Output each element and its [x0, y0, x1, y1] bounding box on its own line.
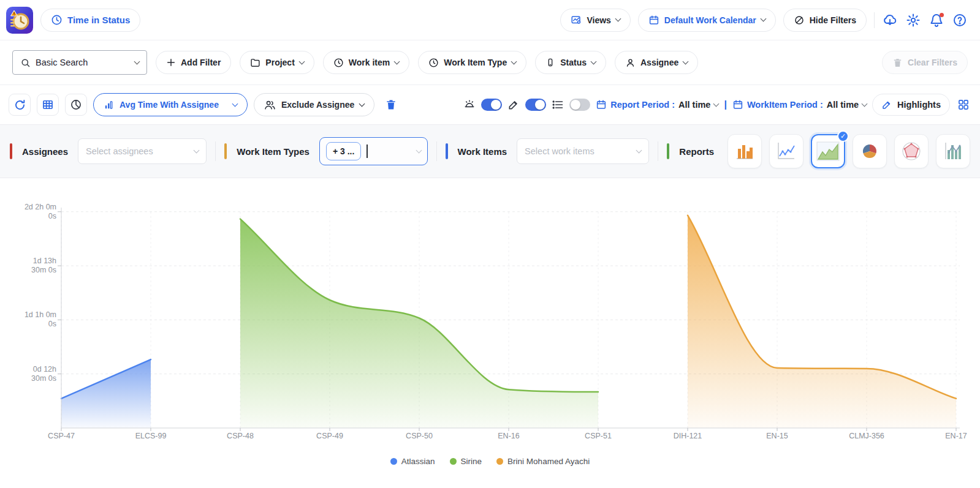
- chevron-down-icon: [194, 147, 200, 153]
- work-item-types-select[interactable]: + 3 ...: [319, 137, 428, 165]
- layout-grid-button[interactable]: [955, 97, 971, 113]
- area-series-atlassian[interactable]: [61, 359, 151, 428]
- work-items-label: Work Items: [458, 146, 507, 157]
- chevron-down-icon: [134, 58, 140, 64]
- table-view-button[interactable]: [37, 94, 59, 116]
- legend-item-atlassian[interactable]: Atlassian: [390, 457, 435, 466]
- basic-search-dropdown[interactable]: Basic Search: [12, 50, 147, 75]
- header-divider: [874, 12, 875, 28]
- work-calendar-dropdown[interactable]: Default Work Calendar: [638, 9, 776, 32]
- assignee-filter[interactable]: Assignee: [615, 51, 698, 74]
- metric-dropdown[interactable]: Avg Time With Assignee: [93, 93, 248, 116]
- area-chart-canvas[interactable]: [0, 183, 980, 435]
- chevron-down-icon: [298, 58, 305, 64]
- report-type-pie-chart[interactable]: [853, 134, 887, 168]
- exclude-assignee-dropdown[interactable]: Exclude Assignee: [254, 93, 374, 116]
- chevron-down-icon: [760, 16, 766, 22]
- work-calendar-label: Default Work Calendar: [664, 15, 756, 25]
- x-axis-tick-label: CSP-50: [406, 432, 433, 440]
- work-item-types-chip[interactable]: + 3 ...: [326, 142, 361, 160]
- pen-toggle[interactable]: [525, 99, 546, 111]
- legend-item-sirine[interactable]: Sirine: [450, 457, 482, 466]
- chevron-down-icon: [511, 58, 517, 64]
- legend-dot: [450, 458, 457, 465]
- metric-label: Avg Time With Assignee: [120, 100, 219, 110]
- legend-label: Brini Mohamed Ayachi: [507, 457, 590, 466]
- workitem-period-label: WorkItem Period :: [747, 100, 823, 110]
- legend-item-brini-mohamed-ayachi[interactable]: Brini Mohamed Ayachi: [496, 457, 590, 466]
- work-item-type-clock-icon: [428, 58, 439, 68]
- status-filter[interactable]: Status: [535, 51, 606, 74]
- add-filter-button[interactable]: Add Filter: [156, 51, 231, 74]
- project-filter[interactable]: Project: [240, 51, 314, 74]
- work-item-type-filter-label: Work Item Type: [444, 58, 507, 67]
- legend-label: Atlassian: [401, 457, 435, 466]
- assignees-select[interactable]: Select assignees: [78, 138, 207, 164]
- y-axis-tick-label: 1d 13h30m 0s: [1, 257, 56, 275]
- notifications-bell-button[interactable]: [929, 12, 944, 28]
- chevron-down-icon: [862, 100, 868, 107]
- highlighter-icon: [881, 99, 892, 110]
- views-dropdown[interactable]: Views: [560, 9, 630, 32]
- delete-report-button[interactable]: [383, 97, 399, 113]
- search-icon: [20, 58, 31, 68]
- workitem-period-dropdown[interactable]: WorkItem Period : All time: [732, 99, 867, 110]
- hide-filters-label: Hide Filters: [810, 15, 856, 25]
- app-title-pill[interactable]: Time in Status: [40, 9, 140, 32]
- app-logo[interactable]: [6, 7, 33, 34]
- work-item-type-filter[interactable]: Work Item Type: [418, 51, 526, 74]
- alarm-toggle[interactable]: [481, 99, 502, 111]
- views-chart-icon: [571, 15, 582, 26]
- chevron-down-icon: [394, 58, 400, 64]
- report-type-area-chart[interactable]: ✓: [811, 134, 845, 168]
- legend-label: Sirine: [461, 457, 482, 466]
- work-items-select[interactable]: Select work items: [517, 138, 649, 164]
- area-series-sirine[interactable]: [240, 219, 598, 428]
- time-in-status-chart: 2d 2h 0m0s1d 13h30m 0s1d 1h 0m0s0d 12h30…: [0, 178, 980, 487]
- report-type-line-chart[interactable]: [769, 134, 803, 168]
- work-item-filter[interactable]: Work item: [323, 51, 409, 74]
- report-type-bar-chart[interactable]: [727, 134, 762, 168]
- legend-dot: [390, 458, 397, 465]
- export-cloud-button[interactable]: [882, 12, 898, 28]
- chevron-down-icon: [591, 58, 597, 64]
- x-axis-tick-label: CSP-47: [48, 432, 75, 440]
- assignees-label: Assignees: [22, 146, 68, 157]
- report-type-bar-line-chart[interactable]: [936, 134, 970, 168]
- folder-icon: [250, 58, 260, 68]
- x-axis-tick-label: CSP-49: [316, 432, 343, 440]
- refresh-button[interactable]: [9, 94, 31, 116]
- filter-bar: Basic Search Add Filter Project Work ite…: [0, 40, 980, 85]
- report-type-radar-chart[interactable]: [894, 134, 929, 168]
- add-filter-label: Add Filter: [181, 58, 221, 67]
- legend-dot: [496, 458, 503, 465]
- clock-icon: [51, 14, 63, 26]
- report-period-label: Report Period :: [610, 100, 675, 110]
- report-period-dropdown[interactable]: Report Period : All time: [596, 99, 718, 110]
- project-filter-label: Project: [265, 58, 294, 67]
- hide-filters-button[interactable]: Hide Filters: [783, 9, 867, 32]
- settings-gear-button[interactable]: [905, 12, 921, 28]
- x-axis-tick-label: CLMJ-356: [849, 432, 884, 440]
- person-icon: [625, 58, 636, 68]
- list-toggle[interactable]: [569, 99, 590, 111]
- x-axis-tick-label: ELCS-99: [135, 432, 167, 440]
- clear-filters-button[interactable]: Clear Filters: [882, 51, 968, 74]
- selected-check-badge: ✓: [837, 130, 849, 142]
- work-item-clock-icon: [333, 58, 344, 68]
- highlights-button[interactable]: Highlights: [872, 94, 950, 116]
- work-items-accent: [446, 143, 448, 159]
- reports-label: Reports: [679, 146, 714, 157]
- y-axis-tick-label: 0d 12h30m 0s: [1, 365, 56, 383]
- app-header: Time in Status Views Default Work Calend…: [0, 0, 980, 40]
- area-series-brini-mohamed-ayachi[interactable]: [688, 216, 956, 428]
- basic-search-label: Basic Search: [36, 58, 88, 67]
- notification-dot: [940, 13, 944, 17]
- x-axis-tick-label: EN-15: [766, 432, 788, 440]
- report-toolbar: Avg Time With Assignee Exclude Assignee: [0, 85, 980, 124]
- help-button[interactable]: [952, 12, 968, 28]
- chevron-down-icon: [232, 100, 238, 107]
- alarm-icon: [463, 99, 476, 111]
- work-item-filter-label: Work item: [349, 58, 390, 67]
- pie-view-button[interactable]: [65, 94, 87, 116]
